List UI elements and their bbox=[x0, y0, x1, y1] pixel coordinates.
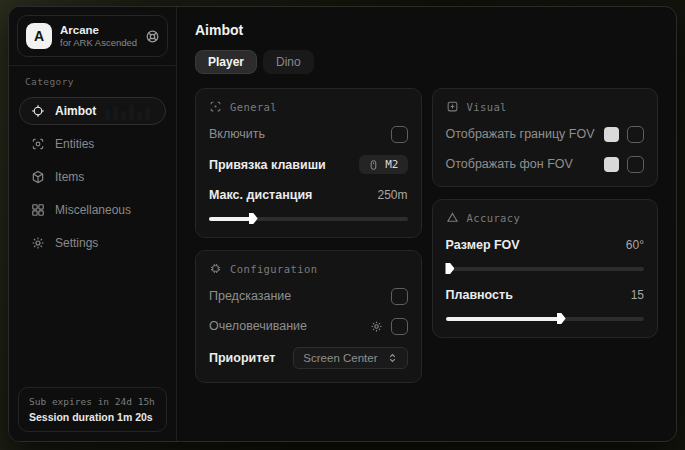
triangle-icon bbox=[446, 211, 459, 224]
slider-fill bbox=[446, 317, 561, 321]
slider-thumb[interactable] bbox=[557, 313, 566, 324]
app-subtitle: for ARK Ascended bbox=[60, 37, 137, 49]
sidebar-item-aimbot[interactable]: Aimbot bbox=[19, 97, 166, 125]
panel-accuracy: Accuracy Размер FOV 60° Плавность bbox=[432, 199, 659, 338]
slider-track[interactable] bbox=[446, 267, 645, 271]
cube-icon bbox=[31, 170, 45, 184]
sidebar-item-items[interactable]: Items bbox=[19, 163, 166, 191]
humanize-label: Очеловечивание bbox=[209, 319, 307, 333]
sidebar-header: A Arcane for ARK Ascended bbox=[17, 15, 168, 57]
row-fov-border: Отображать границу FOV bbox=[446, 125, 645, 143]
app-name: Arcane bbox=[60, 23, 137, 37]
app-logo: A bbox=[26, 23, 52, 49]
sidebar-item-entities[interactable]: Entities bbox=[19, 130, 166, 158]
smoothness-value: 15 bbox=[631, 288, 644, 302]
aimbot-watermark-icon bbox=[103, 102, 155, 123]
priority-label: Приоритет bbox=[209, 351, 275, 365]
tab-dino[interactable]: Dino bbox=[263, 50, 314, 74]
sidebar-nav: Aimbot Entities bbox=[9, 91, 176, 263]
fov-size-value: 60° bbox=[626, 238, 644, 252]
row-humanize: Очеловечивание bbox=[209, 317, 408, 335]
panel-title: General bbox=[230, 101, 277, 113]
main-area: Aimbot Player Dino General bbox=[177, 7, 676, 441]
sidebar-item-label: Aimbot bbox=[55, 104, 96, 118]
priority-select[interactable]: Screen Center bbox=[293, 347, 407, 369]
row-enable: Включить bbox=[209, 125, 408, 143]
panel-visual: Visual Отображать границу FOV Отображать… bbox=[432, 88, 659, 187]
chip-icon bbox=[209, 262, 222, 275]
subscription-info: Sub expires in 24d 15h Session duration … bbox=[18, 387, 167, 432]
scan-icon bbox=[209, 100, 222, 113]
app-window: A Arcane for ARK Ascended Category Ai bbox=[8, 6, 677, 442]
sidebar-item-miscellaneous[interactable]: Miscellaneous bbox=[19, 196, 166, 224]
gear-icon bbox=[31, 236, 45, 250]
priority-selected-value: Screen Center bbox=[303, 352, 377, 364]
sidebar-item-label: Items bbox=[55, 170, 84, 184]
panel-title: Accuracy bbox=[467, 212, 521, 224]
square-plus-icon bbox=[446, 100, 459, 113]
crosshair-icon bbox=[31, 104, 45, 118]
grid-icon bbox=[31, 203, 45, 217]
fov-border-label: Отображать границу FOV bbox=[446, 127, 595, 141]
tab-bar: Player Dino bbox=[195, 50, 658, 74]
fov-border-color-swatch[interactable] bbox=[604, 127, 619, 142]
humanize-checkbox[interactable] bbox=[391, 318, 408, 335]
row-prediction: Предсказание bbox=[209, 287, 408, 305]
row-max-distance: Макс. дистанция 250m bbox=[209, 186, 408, 204]
chevron-up-down-icon bbox=[387, 352, 398, 364]
slider-thumb[interactable] bbox=[249, 213, 258, 224]
max-distance-value: 250m bbox=[377, 188, 407, 202]
entities-icon bbox=[31, 137, 45, 151]
panel-title: Configuration bbox=[230, 263, 317, 275]
keybind-value: M2 bbox=[385, 158, 398, 171]
sidebar-item-label: Miscellaneous bbox=[55, 203, 131, 217]
row-smoothness: Плавность 15 bbox=[446, 286, 645, 304]
prediction-label: Предсказание bbox=[209, 289, 291, 303]
slider-thumb[interactable] bbox=[445, 263, 454, 274]
fov-bg-color-swatch[interactable] bbox=[604, 157, 619, 172]
sidebar: A Arcane for ARK Ascended Category Ai bbox=[9, 7, 177, 441]
keybind-button[interactable]: M2 bbox=[359, 155, 407, 174]
slider-fill bbox=[209, 217, 253, 221]
fov-size-label: Размер FOV bbox=[446, 238, 520, 252]
fov-size-slider[interactable] bbox=[446, 263, 645, 274]
support-icon[interactable] bbox=[145, 29, 160, 44]
panel-general: General Включить Привязка клавиши bbox=[195, 88, 422, 238]
panel-title: Visual bbox=[467, 101, 507, 113]
sidebar-item-label: Entities bbox=[55, 137, 94, 151]
smoothness-label: Плавность bbox=[446, 288, 513, 302]
keybind-label: Привязка клавиши bbox=[209, 158, 326, 172]
session-duration-text: Session duration 1m 20s bbox=[29, 411, 156, 423]
enable-label: Включить bbox=[209, 127, 265, 141]
slider-fill bbox=[446, 267, 450, 271]
sub-expires-text: Sub expires in 24d 15h bbox=[29, 396, 156, 407]
tab-player[interactable]: Player bbox=[195, 50, 257, 74]
humanize-settings-gear-icon[interactable] bbox=[370, 320, 383, 333]
row-keybind: Привязка клавиши M2 bbox=[209, 155, 408, 174]
mouse-icon bbox=[368, 159, 379, 171]
sidebar-item-settings[interactable]: Settings bbox=[19, 229, 166, 257]
max-distance-label: Макс. дистанция bbox=[209, 188, 312, 202]
sidebar-item-label: Settings bbox=[55, 236, 98, 250]
fov-bg-label: Отображать фон FOV bbox=[446, 157, 573, 171]
row-fov-size: Размер FOV 60° bbox=[446, 236, 645, 254]
smoothness-slider[interactable] bbox=[446, 313, 645, 324]
prediction-checkbox[interactable] bbox=[391, 288, 408, 305]
row-fov-bg: Отображать фон FOV bbox=[446, 155, 645, 173]
fov-border-checkbox[interactable] bbox=[627, 126, 644, 143]
enable-checkbox[interactable] bbox=[391, 126, 408, 143]
fov-bg-checkbox[interactable] bbox=[627, 156, 644, 173]
row-priority: Приоритет Screen Center bbox=[209, 347, 408, 369]
page-title: Aimbot bbox=[195, 22, 658, 38]
panels-grid: General Включить Привязка клавиши bbox=[195, 88, 658, 383]
max-distance-slider[interactable] bbox=[209, 213, 408, 224]
category-label: Category bbox=[9, 66, 176, 91]
panel-configuration: Configuration Предсказание Очеловечивани… bbox=[195, 250, 422, 383]
